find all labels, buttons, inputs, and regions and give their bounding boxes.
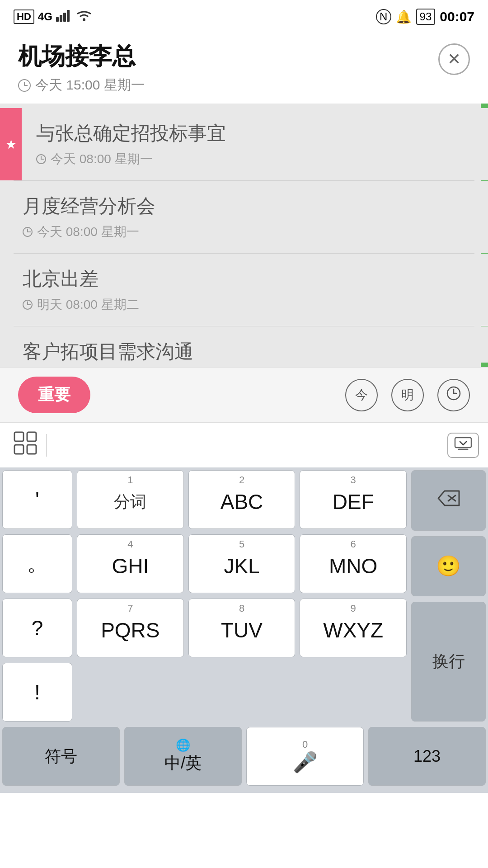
status-right: N 🔔 93 00:07: [376, 9, 474, 25]
newline-key[interactable]: 123 换行: [411, 602, 486, 722]
clock-icon: [23, 300, 33, 310]
task-title: 与张总确定招投标事宜: [36, 121, 465, 146]
task-title: 客户拓项目需求沟通: [23, 339, 465, 363]
close-button[interactable]: ✕: [438, 43, 470, 75]
punctuation-column: ' 。 ? !: [0, 467, 75, 724]
newline-label: 换行: [432, 651, 465, 673]
globe-icon: 🌐: [176, 738, 190, 752]
keyboard-row-3: 7 PQRS 8 TUV 9 WXYZ: [75, 596, 409, 660]
collapse-icon: [454, 437, 472, 453]
mic-icon: 🎤: [293, 750, 318, 774]
keyboard-bottom-row: 符号 🌐 中/英 0 🎤 123: [0, 724, 488, 793]
svg-rect-8: [14, 432, 23, 441]
svg-rect-1: [60, 15, 62, 22]
header-title: 机场接李总: [18, 41, 145, 72]
task-item[interactable]: 客户拓项目需求沟通: [0, 326, 488, 363]
header-time: 今天 15:00 星期一: [35, 76, 145, 94]
svg-rect-3: [67, 10, 70, 22]
key-period[interactable]: 。: [2, 534, 72, 593]
svg-rect-11: [27, 445, 36, 454]
time-display: 00:07: [440, 9, 474, 24]
wifi-icon: [76, 9, 92, 25]
zero-mic-key[interactable]: 0 🎤: [246, 727, 364, 786]
task-time: 今天 08:00 星期一: [23, 223, 465, 241]
keyboard-row-2: 4 GHI 5 JKL 6 MNO: [75, 532, 409, 596]
task-title: 北京出差: [23, 266, 465, 292]
right-action-column: 🙂 123 换行: [409, 467, 488, 724]
close-icon: ✕: [447, 50, 461, 69]
key-7-pqrs[interactable]: 7 PQRS: [77, 599, 184, 657]
key-exclaim[interactable]: !: [2, 663, 72, 722]
input-bar: [0, 422, 488, 467]
star-badge: [0, 108, 22, 180]
keyboard-body: ' 。 ? ! 1 分词 2 ABC: [0, 467, 488, 724]
battery-icon: 93: [416, 9, 436, 25]
mute-icon: 🔔: [396, 9, 412, 24]
task-list: 与张总确定招投标事宜 今天 08:00 星期一 月度经营分析会 今天 08:00…: [0, 104, 488, 367]
important-button[interactable]: 重要: [18, 377, 90, 413]
task-item[interactable]: 北京出差 明天 08:00 星期二: [0, 254, 488, 326]
task-item[interactable]: 与张总确定招投标事宜 今天 08:00 星期一: [0, 108, 488, 180]
number-key[interactable]: 123: [368, 727, 486, 786]
svg-rect-9: [27, 432, 36, 441]
tomorrow-button[interactable]: 明: [391, 379, 424, 411]
grid-icon[interactable]: [9, 431, 42, 459]
svg-rect-12: [455, 438, 471, 448]
task-item[interactable]: 月度经营分析会 今天 08:00 星期一: [0, 181, 488, 253]
key-5-jkl[interactable]: 5 JKL: [188, 534, 296, 593]
key-3-def[interactable]: 3 DEF: [300, 470, 407, 529]
nfc-icon: N: [376, 9, 391, 24]
task-title: 月度经营分析会: [23, 193, 465, 219]
status-left: HD 4G: [14, 9, 92, 25]
header-subtitle: 今天 15:00 星期一: [18, 76, 145, 94]
clock-icon: [18, 79, 31, 92]
svg-point-4: [83, 19, 85, 21]
key-8-tuv[interactable]: 8 TUV: [188, 599, 296, 657]
svg-rect-2: [63, 13, 66, 22]
time-picker-button[interactable]: [437, 379, 470, 411]
key-6-mno[interactable]: 6 MNO: [300, 534, 407, 593]
text-input[interactable]: [52, 437, 443, 453]
task-time: 今天 08:00 星期一: [36, 151, 465, 168]
collapse-keyboard-button[interactable]: [447, 433, 479, 458]
chinese-english-key[interactable]: 🌐 中/英: [124, 727, 242, 786]
status-bar: HD 4G N 🔔 93 00:07: [0, 0, 488, 32]
key-comma[interactable]: ': [2, 470, 72, 529]
header-content: 机场接李总 今天 15:00 星期一: [18, 41, 145, 94]
clock-icon: [23, 227, 33, 237]
input-divider: [46, 434, 47, 457]
emoji-key[interactable]: 🙂: [411, 536, 486, 597]
delete-icon: [436, 489, 461, 511]
clock-icon-btn: [446, 386, 461, 404]
keyboard: ' 。 ? ! 1 分词 2 ABC: [0, 467, 488, 793]
svg-rect-10: [14, 445, 23, 454]
today-button[interactable]: 今: [345, 379, 378, 411]
key-question[interactable]: ?: [2, 599, 72, 657]
key-1-fenzi[interactable]: 1 分词: [77, 470, 184, 529]
hd-badge: HD: [14, 9, 34, 24]
quick-action-bar: 重要 今 明: [0, 367, 488, 422]
signal-icon: [56, 9, 72, 25]
task-time: 明天 08:00 星期二: [23, 296, 465, 313]
key-4-ghi[interactable]: 4 GHI: [77, 534, 184, 593]
key-2-abc[interactable]: 2 ABC: [188, 470, 296, 529]
symbols-key[interactable]: 符号: [2, 727, 120, 786]
delete-key[interactable]: [411, 470, 486, 531]
clock-icon: [36, 154, 46, 164]
emoji-icon: 🙂: [436, 554, 461, 578]
network-badge: 4G: [38, 10, 52, 23]
header: 机场接李总 今天 15:00 星期一 ✕: [0, 32, 488, 104]
keyboard-main: 1 分词 2 ABC 3 DEF 4 GHI 5: [75, 467, 409, 724]
svg-rect-0: [56, 17, 59, 22]
keyboard-row-1: 1 分词 2 ABC 3 DEF: [75, 467, 409, 532]
key-9-wxyz[interactable]: 9 WXYZ: [300, 599, 407, 657]
